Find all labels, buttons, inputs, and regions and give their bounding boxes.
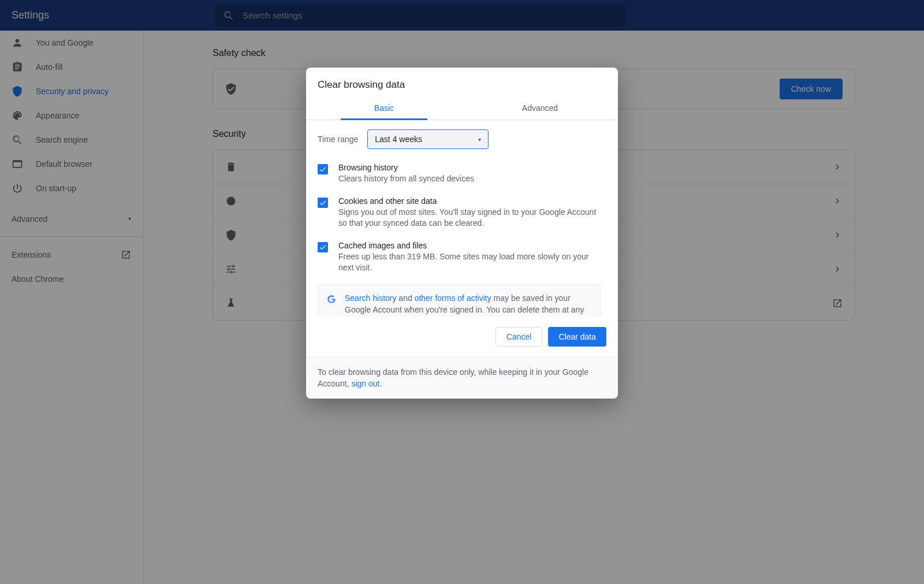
checkbox-browsing-history[interactable] xyxy=(318,164,328,174)
clear-data-button[interactable]: Clear data xyxy=(548,327,606,347)
cancel-button[interactable]: Cancel xyxy=(495,327,543,347)
option-cache: Cached images and files Frees up less th… xyxy=(318,235,601,280)
check-icon xyxy=(319,199,327,207)
time-range-label: Time range xyxy=(318,135,358,144)
dialog-body: Time range Last 4 weeks Browsing history… xyxy=(306,120,618,317)
checkbox-cookies[interactable] xyxy=(318,198,328,208)
option-browsing-history: Browsing history Clears history from all… xyxy=(318,157,601,191)
option-cookies: Cookies and other site data Signs you ou… xyxy=(318,191,601,235)
check-icon xyxy=(319,243,327,251)
check-icon xyxy=(319,165,327,173)
option-subtitle: Signs you out of most sites. You'll stay… xyxy=(338,207,601,229)
search-history-link[interactable]: Search history xyxy=(345,293,396,303)
tab-basic[interactable]: Basic xyxy=(306,98,462,120)
clear-browsing-data-dialog: Clear browsing data Basic Advanced Time … xyxy=(306,68,618,399)
dialog-tabs: Basic Advanced xyxy=(306,98,618,120)
sign-out-link[interactable]: sign out xyxy=(351,379,379,388)
dialog-title: Clear browsing data xyxy=(306,68,618,98)
checkbox-cache[interactable] xyxy=(318,242,328,252)
dialog-footer: To clear browsing data from this device … xyxy=(306,357,618,399)
time-range-row: Time range Last 4 weeks xyxy=(318,129,601,149)
option-subtitle: Clears history from all synced devices xyxy=(338,173,601,185)
google-icon xyxy=(326,294,337,304)
option-title: Cached images and files xyxy=(338,241,601,250)
option-title: Browsing history xyxy=(338,163,601,172)
dialog-actions: Cancel Clear data xyxy=(306,317,618,357)
option-subtitle: Frees up less than 319 MB. Some sites ma… xyxy=(338,251,601,274)
option-title: Cookies and other site data xyxy=(338,196,601,206)
google-account-info: Search history and other forms of activi… xyxy=(318,284,601,317)
tab-advanced[interactable]: Advanced xyxy=(462,98,618,120)
time-range-select[interactable]: Last 4 weeks xyxy=(367,129,489,149)
other-activity-link[interactable]: other forms of activity xyxy=(415,293,491,303)
